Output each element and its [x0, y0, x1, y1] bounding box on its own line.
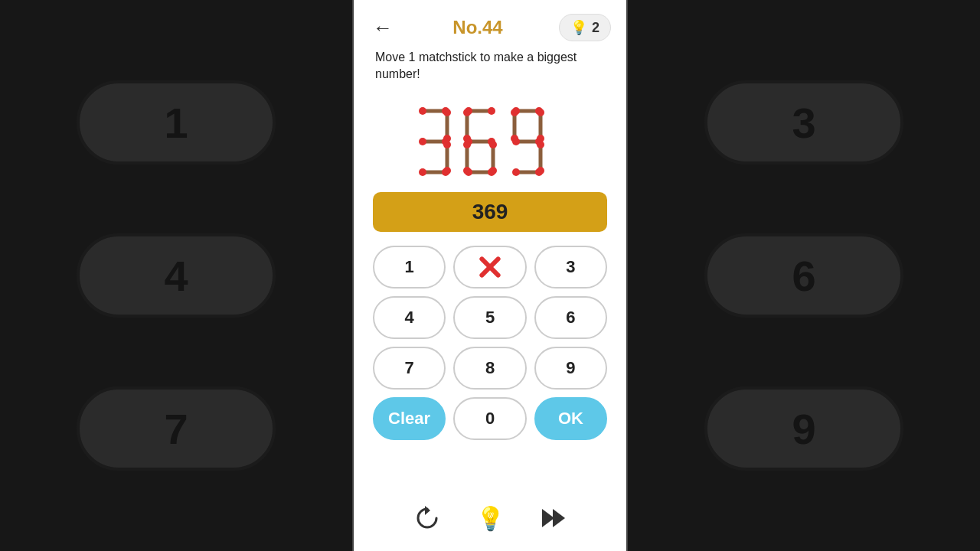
key-8[interactable]: 8 — [453, 347, 526, 390]
hint-count: 2 — [592, 20, 599, 36]
instruction-text: Move 1 matchstick to make a biggest numb… — [354, 49, 626, 94]
svg-point-27 — [463, 141, 471, 148]
keypad-row-1: 1 3 — [373, 246, 607, 289]
ok-button[interactable]: OK — [534, 397, 607, 440]
skip-icon — [539, 504, 567, 532]
bg-left-panel: 1 4 7 — [0, 0, 352, 551]
svg-marker-51 — [425, 506, 430, 515]
back-arrow-icon: ← — [373, 16, 393, 40]
key-3[interactable]: 3 — [534, 246, 607, 289]
restart-button[interactable] — [410, 500, 445, 536]
svg-marker-52 — [542, 509, 554, 527]
key-9[interactable]: 9 — [534, 347, 607, 390]
svg-point-13 — [419, 168, 426, 176]
svg-point-23 — [463, 109, 471, 116]
keypad: 1 3 4 5 6 — [373, 246, 607, 440]
key-delete[interactable] — [453, 246, 526, 289]
delete-x-icon — [476, 253, 504, 281]
answer-value: 369 — [472, 200, 508, 223]
bottom-toolbar: 💡 — [410, 493, 570, 551]
svg-point-41 — [511, 109, 518, 116]
clear-button[interactable]: Clear — [373, 397, 446, 440]
key-5[interactable]: 5 — [453, 296, 526, 339]
bg-left-btn-7: 7 — [77, 386, 276, 471]
svg-point-47 — [537, 141, 544, 148]
bg-right-btn-6: 6 — [704, 233, 903, 318]
key-4[interactable]: 4 — [373, 296, 446, 339]
bg-right-panel: 3 6 9 — [628, 0, 980, 551]
header: ← No.44 💡 2 — [354, 0, 626, 49]
key-6[interactable]: 6 — [534, 296, 607, 339]
hint-badge[interactable]: 💡 2 — [559, 14, 611, 41]
level-title: No.44 — [452, 17, 502, 38]
phone-panel: ← No.44 💡 2 Move 1 matchstick to make a … — [352, 0, 628, 551]
bg-left-btn-1: 1 — [77, 80, 276, 165]
screen-wrapper: 1 4 7 3 6 9 ← No.44 💡 2 Move 1 matchstic… — [0, 0, 980, 551]
hint-lightbulb-icon: 💡 — [476, 505, 505, 532]
key-7[interactable]: 7 — [373, 347, 446, 390]
svg-point-7 — [443, 109, 451, 116]
svg-point-22 — [488, 107, 495, 115]
svg-point-14 — [442, 168, 449, 176]
key-0[interactable]: 0 — [453, 397, 526, 440]
svg-point-11 — [443, 141, 451, 148]
keypad-row-2: 4 5 6 — [373, 296, 607, 339]
svg-point-5 — [419, 107, 426, 115]
matchstick-display — [406, 102, 574, 186]
hint-button[interactable]: 💡 — [472, 500, 508, 536]
keypad-row-3: 7 8 9 — [373, 347, 607, 390]
bg-left-btn-4: 4 — [77, 233, 276, 318]
key-1[interactable]: 1 — [373, 246, 446, 289]
svg-point-49 — [512, 168, 520, 176]
matchstick-area — [354, 94, 626, 192]
bg-right-btn-9: 9 — [704, 386, 903, 471]
svg-marker-53 — [553, 509, 565, 527]
keypad-row-4: Clear 0 OK — [373, 397, 607, 440]
svg-point-43 — [537, 109, 544, 116]
skip-button[interactable] — [535, 500, 570, 536]
svg-point-32 — [488, 168, 495, 176]
svg-point-9 — [419, 138, 426, 145]
restart-icon — [413, 504, 441, 532]
svg-point-31 — [465, 168, 472, 176]
hint-bulb-icon: 💡 — [570, 19, 587, 36]
answer-display: 369 — [373, 192, 607, 232]
svg-point-29 — [489, 141, 497, 148]
svg-point-50 — [535, 168, 543, 176]
bg-right-btn-3: 3 — [704, 80, 903, 165]
svg-point-45 — [512, 138, 520, 145]
back-button[interactable]: ← — [369, 14, 397, 41]
